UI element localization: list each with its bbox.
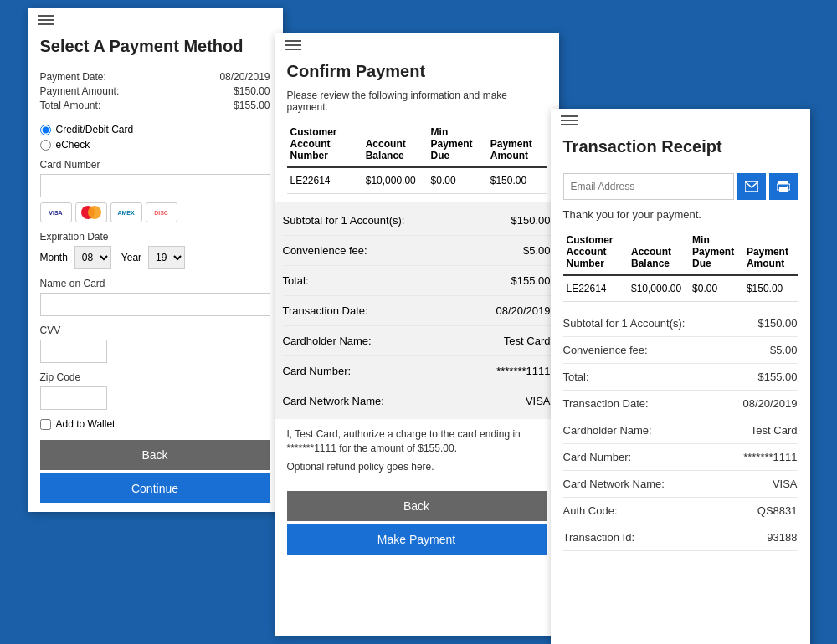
radio-echeck-input[interactable] [40,140,51,151]
cvv-input[interactable] [40,340,107,363]
panel3-body: Thank you for your payment. Customer Acc… [551,173,810,551]
subtotal-value: $150.00 [511,214,551,227]
svg-rect-5 [779,187,788,192]
panel1-body: Credit/Debit Card eCheck Card Number VIS… [28,124,283,503]
name-input[interactable] [40,293,270,316]
panel2-back-button[interactable]: Back [287,491,547,521]
email-input[interactable] [563,173,734,200]
mastercard-icon [75,202,107,222]
auth-text: I, Test Card, authorize a charge to the … [287,427,547,456]
r-auth-row: Auth Code: QS8831 [563,498,798,524]
amex-icon: AMEX [110,202,142,222]
optional-text: Optional refund policy goes here. [287,461,547,473]
payment-info-section: Payment Date: 08/20/2019 Payment Amount:… [28,64,283,117]
table-cell: $10,000.00 [362,167,428,194]
thank-you-text: Thank you for your payment. [563,208,798,221]
card-num-value: *******1111 [496,365,550,377]
cardholder-value: Test Card [504,335,551,347]
r-fee-value: $5.00 [770,344,798,356]
payment-amount-row: Payment Amount: $150.00 [40,85,270,97]
total-amount-value: $155.00 [234,100,270,111]
r-txnid-value: 93188 [767,531,797,544]
panel2-title: Confirm Payment [275,57,559,89]
subtotal-label: Subtotal for 1 Account(s): [283,214,405,227]
table-row: LE22614$10,000.00$0.00$150.00 [563,275,798,302]
cardholder-label: Cardholder Name: [283,335,372,347]
hamburger-menu-icon[interactable] [38,15,54,25]
card-number-input[interactable] [40,174,270,197]
r-network-row: Card Network Name: VISA [563,471,798,498]
wallet-row[interactable]: Add to Wallet [40,418,270,430]
svg-point-6 [787,186,788,187]
svg-rect-3 [778,181,788,184]
year-select[interactable]: 19 [148,246,185,269]
r-auth-value: QS8831 [757,504,798,517]
cvv-label: CVV [40,325,270,336]
network-row: Card Network Name: VISA [283,386,551,416]
r-cardholder-row: Cardholder Name: Test Card [563,417,798,444]
hamburger-menu-2-icon[interactable] [285,40,301,50]
fee-label: Convenience fee: [283,244,367,257]
card-icons-group: VISA AMEX DISC [40,202,270,222]
th-min: Min Payment Due [428,121,487,167]
total-amount-label: Total Amount: [40,100,101,111]
payment-amount-value: $150.00 [234,85,270,97]
r-cardholder-value: Test Card [751,424,798,437]
table-cell: LE22614 [287,167,362,194]
discover-icon: DISC [146,202,177,222]
r-network-label: Card Network Name: [563,478,665,490]
visa-icon: VISA [40,202,72,222]
radio-echeck-label: eCheck [56,139,90,151]
radio-credit-label: Credit/Debit Card [56,124,134,135]
total-label: Total: [283,274,309,287]
panel2-body: Please review the following information … [275,89,559,555]
r-total-label: Total: [563,371,589,383]
network-value: VISA [526,395,551,407]
continue-button[interactable]: Continue [40,473,270,503]
make-payment-button[interactable]: Make Payment [287,524,547,555]
r-txnid-row: Transaction Id: 93188 [563,524,798,551]
r-card-num-row: Card Number: *******1111 [563,444,798,471]
back-button[interactable]: Back [40,440,270,470]
rth-account: Customer Account Number [563,229,629,275]
r-cardholder-label: Cardholder Name: [563,424,652,437]
table-cell: LE22614 [563,275,629,302]
r-total-row: Total: $155.00 [563,364,798,391]
table-cell: $10,000.00 [628,275,689,302]
year-label: Year [121,252,141,263]
transaction-receipt-panel: Transaction Receipt Thank you for your p… [551,109,810,644]
payment-date-row: Payment Date: 08/20/2019 [40,71,270,83]
card-num-row: Card Number: *******1111 [283,356,551,386]
th-amount: Payment Amount [487,121,547,167]
r-card-num-value: *******1111 [743,451,797,463]
cardholder-row: Cardholder Name: Test Card [283,326,551,356]
panel2-summary: Subtotal for 1 Account(s): $150.00 Conve… [275,202,559,419]
confirm-table: Customer Account Number Account Balance … [287,121,547,194]
email-send-button[interactable] [737,173,766,200]
r-fee-label: Convenience fee: [563,344,648,356]
r-txn-date-value: 08/20/2019 [742,397,797,410]
r-txn-date-label: Transaction Date: [563,397,649,410]
radio-echeck[interactable]: eCheck [40,139,270,151]
hamburger-menu-3-icon[interactable] [561,115,578,125]
svg-point-1 [88,206,101,219]
panel2-subtitle: Please review the following information … [287,89,547,113]
month-select[interactable]: 08 [74,246,111,269]
table-cell: $0.00 [689,275,743,302]
total-amount-row: Total Amount: $155.00 [40,100,270,111]
wallet-checkbox[interactable] [40,419,51,430]
print-button[interactable] [769,173,798,200]
txn-date-value: 08/20/2019 [496,304,550,317]
radio-credit-card[interactable]: Credit/Debit Card [40,124,270,135]
rth-min: Min Payment Due [689,229,743,275]
radio-credit-input[interactable] [40,125,51,135]
r-network-value: VISA [773,478,798,490]
month-label: Month [40,252,68,263]
fee-row: Convenience fee: $5.00 [283,236,551,266]
table-cell: $150.00 [487,167,547,194]
name-label: Name on Card [40,278,270,289]
total-value: $155.00 [511,274,551,287]
zip-input[interactable] [40,386,107,410]
payment-type-group: Credit/Debit Card eCheck [40,124,270,151]
r-subtotal-value: $150.00 [758,317,798,330]
